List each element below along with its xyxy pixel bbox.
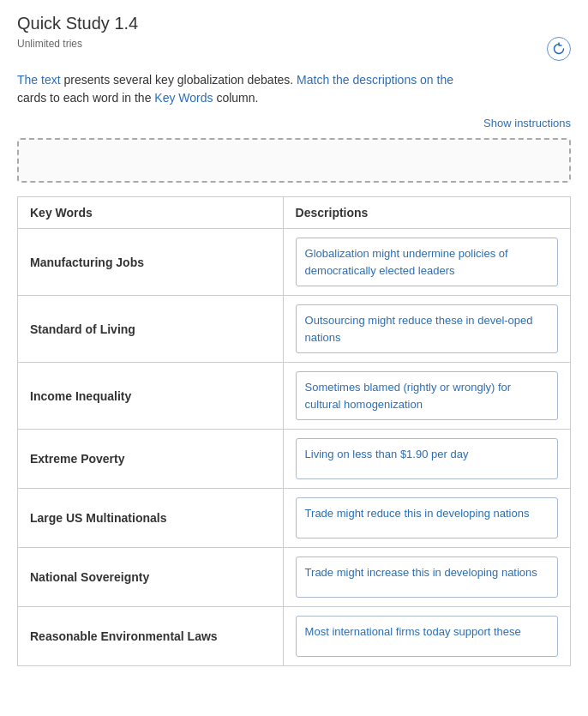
drop-zone[interactable] xyxy=(17,138,571,183)
page-wrapper: Quick Study 1.4 Unlimited tries The text… xyxy=(0,0,588,680)
description-cell[interactable]: Living on less than $1.90 per day xyxy=(283,430,570,489)
keyword-cell: National Sovereignty xyxy=(18,548,284,607)
description-cell[interactable]: Outsourcing might reduce these in devel-… xyxy=(283,296,570,363)
col-header-keywords: Key Words xyxy=(18,197,284,229)
instruction-paragraph: The text presents several key globalizat… xyxy=(17,71,571,107)
keyword-cell: Extreme Poverty xyxy=(18,430,284,489)
description-box[interactable]: Outsourcing might reduce these in devel-… xyxy=(296,304,558,353)
description-cell[interactable]: Globalization might undermine policies o… xyxy=(283,229,570,296)
table-row: National SovereigntyTrade might increase… xyxy=(18,548,571,607)
table-row: Large US MultinationalsTrade might reduc… xyxy=(18,489,571,548)
instruction-highlight-3: Key Words xyxy=(154,91,213,105)
description-box[interactable]: Globalization might undermine policies o… xyxy=(296,238,558,286)
description-box[interactable]: Trade might reduce this in developing na… xyxy=(296,497,558,539)
show-instructions-link[interactable]: Show instructions xyxy=(483,117,571,129)
description-box[interactable]: Sometimes blamed (rightly or wrongly) fo… xyxy=(296,371,558,420)
description-cell[interactable]: Trade might increase this in developing … xyxy=(283,548,570,607)
table-row: Manufacturing JobsGlobalization might un… xyxy=(18,229,571,296)
match-table: Key Words Descriptions Manufacturing Job… xyxy=(17,196,571,666)
table-row: Extreme PovertyLiving on less than $1.90… xyxy=(18,430,571,489)
description-box[interactable]: Most international firms today support t… xyxy=(296,616,558,657)
description-box[interactable]: Living on less than $1.90 per day xyxy=(296,438,558,479)
table-row: Reasonable Environmental LawsMost intern… xyxy=(18,607,571,666)
table-row: Income InequalitySometimes blamed (right… xyxy=(18,363,571,430)
reset-button[interactable] xyxy=(547,37,571,61)
keyword-cell: Manufacturing Jobs xyxy=(18,229,284,296)
keyword-cell: Income Inequality xyxy=(18,363,284,430)
description-cell[interactable]: Sometimes blamed (rightly or wrongly) fo… xyxy=(283,363,570,430)
keyword-cell: Standard of Living xyxy=(18,296,284,363)
instruction-highlight-2: Match the descriptions on the xyxy=(297,73,453,87)
unlimited-tries-label: Unlimited tries xyxy=(17,38,82,50)
show-instructions-container: Show instructions xyxy=(17,116,571,129)
description-cell[interactable]: Most international firms today support t… xyxy=(283,607,570,666)
table-row: Standard of LivingOutsourcing might redu… xyxy=(18,296,571,363)
col-header-descriptions: Descriptions xyxy=(283,197,570,229)
instruction-highlight-1: The text xyxy=(17,73,61,87)
description-cell[interactable]: Trade might reduce this in developing na… xyxy=(283,489,570,548)
keyword-cell: Reasonable Environmental Laws xyxy=(18,607,284,666)
keyword-cell: Large US Multinationals xyxy=(18,489,284,548)
description-box[interactable]: Trade might increase this in developing … xyxy=(296,557,558,598)
page-title: Quick Study 1.4 xyxy=(17,14,571,33)
